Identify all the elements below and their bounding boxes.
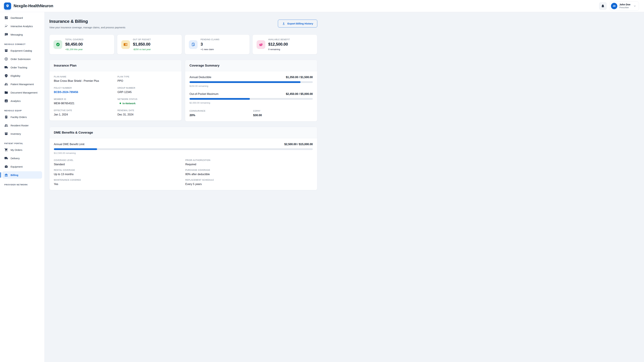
progress-track — [190, 81, 313, 83]
check-circle-icon — [54, 40, 62, 49]
main-content: Insurance & Billing View your insurance … — [44, 12, 322, 181]
wallet-icon — [121, 40, 130, 49]
cart-icon — [4, 148, 8, 152]
insurance-plan-card: Insurance Plan PLAN NAME Blue Cross Blue… — [49, 60, 182, 121]
progress-track — [54, 148, 313, 150]
card-title: Coverage Summary — [190, 64, 313, 67]
sidebar-item-order-submission[interactable]: Order Submission — [2, 55, 42, 63]
sidebar-section-provider-network: PROVIDER NETWORK — [0, 180, 44, 181]
field-copay: COPAY $30.00 — [253, 110, 313, 117]
sidebar-item-label: Dashboard — [10, 16, 23, 19]
stat-delta: -$250 vs last year — [133, 48, 151, 51]
field-coinsurance: COINSURANCE 20% — [190, 110, 249, 117]
sidebar-item-billing[interactable]: Billing — [2, 171, 42, 179]
sidebar-item-label: Analytics — [10, 99, 21, 102]
stat-card-out-of-pocket: OUT OF POCKET $1,850.00 -$250 vs last ye… — [117, 34, 182, 54]
sidebar-item-delivery[interactable]: Delivery — [2, 155, 42, 162]
sidebar-item-analytics[interactable]: Analytics — [2, 97, 42, 105]
archive-box-icon — [4, 49, 8, 52]
stat-label: OUT OF POCKET — [133, 38, 151, 41]
bank-icon — [4, 173, 8, 177]
policy-number-link[interactable]: BCBS-2024-789456 — [54, 91, 114, 94]
page-subtitle: View your insurance coverage, manage cla… — [49, 26, 126, 29]
coverage-summary-card: Coverage Summary Annual Deductible $1,35… — [185, 60, 317, 121]
sidebar-item-label: Patient Management — [10, 83, 34, 86]
sidebar-item-equipment[interactable]: Equipment — [2, 163, 42, 170]
chat-icon — [4, 33, 8, 36]
progress-fill — [190, 81, 300, 83]
shield-check-icon — [4, 74, 8, 78]
field-effective-date: EFFECTIVE DATE Jan 1, 2024 — [54, 109, 114, 116]
field-purchase-coverage: PURCHASE COVERAGE 80% after deductible — [185, 169, 313, 176]
bar-chart-icon — [4, 99, 8, 103]
sidebar-item-document-management[interactable]: Document Management — [2, 89, 42, 96]
annual-deductible-meter: Annual Deductible $1,350.00 / $1,500.00 … — [190, 76, 313, 87]
sidebar-item-label: Interactive Analytics — [10, 25, 33, 28]
sidebar-item-label: My Orders — [10, 148, 22, 151]
sidebar-item-label: Document Management — [10, 91, 38, 94]
stat-cards: TOTAL COVERED $8,450.00 +$1,200 this yea… — [49, 34, 317, 54]
shield-plus-icon — [6, 4, 10, 8]
page-title: Insurance & Billing — [49, 19, 126, 24]
archive-box-icon — [4, 132, 8, 136]
stat-delta: 0 remaining — [268, 48, 290, 51]
sidebar-section-patient-portal: PATIENT PORTAL — [0, 138, 44, 146]
auto-graph-icon — [4, 24, 8, 28]
sidebar-item-facility-orders[interactable]: Facility Orders — [2, 113, 42, 121]
app-logo — [4, 2, 11, 9]
progress-fill — [54, 148, 97, 150]
field-renewal-date: RENEWAL DATE Dec 31, 2024 — [118, 109, 177, 116]
sidebar-item-interactive-analytics[interactable]: Interactive Analytics — [2, 22, 42, 30]
sidebar-section-nexgile-connect: NEXGILE CONNECT — [0, 39, 44, 47]
field-plan-type: PLAN TYPE PPO — [118, 76, 177, 82]
app-header: Nexgile-HealthNeuron JD John Doe Prescri… — [0, 0, 322, 12]
stat-value: 3 — [200, 42, 220, 46]
sidebar-item-label: Equipment Catalog — [10, 49, 32, 52]
receipt-icon — [4, 115, 8, 119]
field-group-number: GROUP NUMBER GRP-12345 — [118, 87, 177, 94]
stat-value: $12,500.00 — [268, 42, 290, 46]
status-dot — [120, 103, 121, 104]
sidebar-item-label: Equipment — [10, 165, 23, 168]
sidebar-item-label: Facility Orders — [10, 116, 27, 118]
export-billing-history-button[interactable]: Export Billing History — [278, 19, 317, 27]
sidebar-item-label: Eligibility — [10, 74, 20, 77]
field-network-status: NETWORK STATUS In-Network — [118, 98, 177, 105]
sidebar-item-inventory[interactable]: Inventory — [2, 130, 42, 137]
export-button-label: Export Billing History — [288, 22, 313, 25]
sidebar-item-label: Order Submission — [10, 58, 31, 60]
stat-label: PENDING CLAIMS — [200, 38, 220, 41]
plus-circle-icon — [4, 57, 8, 61]
sidebar-item-label: Resident Roster — [10, 124, 29, 127]
field-plan-name: PLAN NAME Blue Cross Blue Shield - Premi… — [54, 76, 114, 82]
out-of-pocket-meter: Out-of-Pocket Maximum $2,450.00 / $5,000… — [190, 92, 313, 104]
truck-icon — [4, 65, 8, 69]
sidebar-item-my-orders[interactable]: My Orders — [2, 146, 42, 153]
stat-value: $1,850.00 — [133, 42, 151, 46]
field-replacement-schedule: REPLACEMENT SCHEDULE Every 5 years — [185, 179, 313, 181]
field-rental-coverage: RENTAL COVERAGE Up to 13 months — [54, 169, 181, 176]
sidebar-item-order-tracking[interactable]: Order Tracking — [2, 64, 42, 71]
stat-delta: +1 new claim — [200, 48, 220, 51]
medical-bag-icon — [4, 165, 8, 168]
download-icon — [282, 22, 285, 25]
card-title: DME Benefits & Coverage — [54, 131, 313, 134]
sidebar-item-patient-management[interactable]: Patient Management — [2, 80, 42, 88]
stat-label: AVAILABLE BENEFIT — [268, 38, 290, 41]
sidebar-item-equipment-catalog[interactable]: Equipment Catalog — [2, 47, 42, 54]
field-maintenance-covered: MAINTENANCE COVERED Yes — [54, 179, 181, 181]
truck-icon — [4, 156, 8, 160]
field-policy-number: POLICY NUMBER BCBS-2024-789456 — [54, 87, 114, 94]
people-icon — [4, 82, 8, 86]
status-badge: In-Network — [122, 102, 136, 105]
field-coverage-level: COVERAGE LEVEL Standard — [54, 159, 181, 166]
people-icon — [4, 123, 8, 127]
progress-track — [190, 98, 313, 100]
stat-card-available-benefit: AVAILABLE BENEFIT $12,500.00 0 remaining — [252, 34, 318, 54]
sidebar-item-messaging[interactable]: Messaging — [2, 31, 42, 38]
sidebar-item-resident-roster[interactable]: Resident Roster — [2, 122, 42, 129]
stat-value: $8,450.00 — [65, 42, 84, 46]
brand: Nexgile-HealthNeuron — [4, 2, 53, 9]
sidebar-item-eligibility[interactable]: Eligibility — [2, 72, 42, 79]
sidebar-item-dashboard[interactable]: Dashboard — [2, 14, 42, 21]
